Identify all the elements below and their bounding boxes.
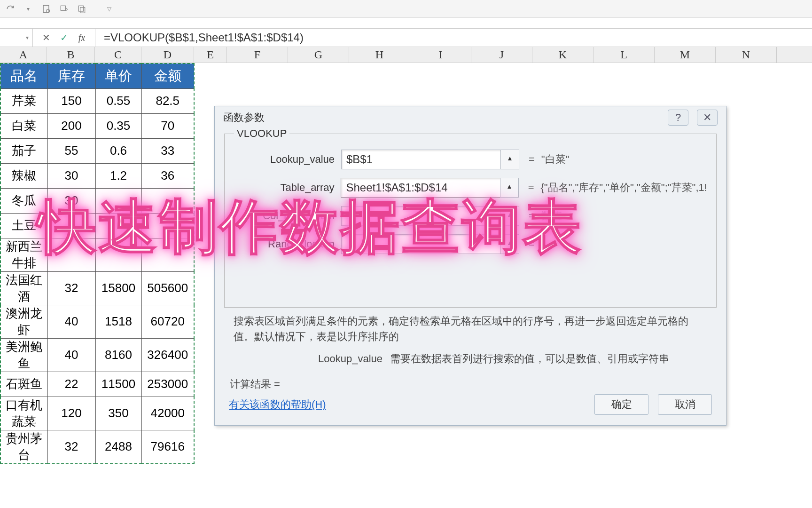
cell[interactable]: 253000 [141,372,194,397]
col-header-c[interactable]: C [95,47,141,63]
cell[interactable]: 美洲鲍鱼 [0,338,47,372]
cancel-formula-button[interactable]: ✕ [39,31,53,44]
cell[interactable]: 2488 [95,430,141,464]
dialog-help-button[interactable]: ? [668,110,688,126]
cell[interactable]: 0.6 [95,138,141,163]
cell[interactable]: 350 [95,397,141,430]
cell[interactable]: 32 [47,430,95,464]
col-header-l[interactable]: L [593,47,655,63]
dialog-titlebar[interactable]: 函数参数 ? ✕ [215,106,726,129]
range-select-button[interactable] [500,234,519,254]
cell[interactable]: 36 [141,163,194,188]
name-box[interactable] [0,29,33,47]
cell[interactable]: 55 [47,138,95,163]
table-row[interactable]: 法国红酒3215800505600 [0,271,194,305]
range-select-button[interactable] [500,150,519,169]
cell[interactable]: 1.2 [95,163,141,188]
table-row[interactable]: 土豆 [0,213,194,238]
cell[interactable]: 32 [47,271,95,305]
customize-dropdown-icon[interactable]: ▽ [103,3,115,15]
cell[interactable]: 芹菜 [0,88,47,113]
table-row[interactable]: 口有机蔬菜12035042000 [0,397,194,430]
col-header-j[interactable]: J [471,47,532,63]
col-header-g[interactable]: G [288,47,349,63]
col-header-h[interactable]: H [349,47,410,63]
cell[interactable]: 40 [47,338,95,372]
cell[interactable]: 60720 [141,305,194,338]
cell[interactable]: 326400 [141,338,194,372]
cell[interactable]: 200 [47,113,95,138]
table-row[interactable]: 贵州茅台32248879616 [0,430,194,464]
range-select-button[interactable] [500,178,519,198]
cell[interactable]: 70 [141,113,194,138]
cell[interactable]: 42000 [141,397,194,430]
function-help-link[interactable]: 有关该函数的帮助(H) [229,397,326,412]
table-row[interactable]: 辣椒301.236 [0,163,194,188]
cell[interactable]: 40 [47,305,95,338]
redo-button[interactable] [5,3,16,15]
col-header-d[interactable]: D [141,47,194,63]
table-row[interactable]: 石斑鱼2211500253000 [0,372,194,397]
cell[interactable]: 土豆 [0,213,47,238]
param-input[interactable]: Sheet1!$A$1:$D$14 [341,178,500,198]
cell[interactable]: 33 [141,138,194,163]
col-header-k[interactable]: K [532,47,593,63]
table-row[interactable]: 澳洲龙虾40151860720 [0,305,194,338]
col-header-e[interactable]: E [194,47,227,63]
cell[interactable] [141,213,194,238]
range-select-button[interactable] [500,206,519,226]
cell[interactable]: 辣椒 [0,163,47,188]
col-header-m[interactable]: M [655,47,716,63]
col-header-b[interactable]: B [47,47,95,63]
cell[interactable]: 30 [47,163,95,188]
cell[interactable] [95,238,141,271]
col-header-a[interactable]: A [0,47,47,63]
fx-button[interactable]: fx [75,31,88,44]
cell[interactable]: 贵州茅台 [0,430,47,464]
toolbar-icon-3[interactable] [76,3,87,15]
cell[interactable]: 石斑鱼 [0,372,47,397]
cell[interactable]: 0.35 [95,113,141,138]
dialog-close-button[interactable]: ✕ [697,110,718,126]
col-header-f[interactable]: F [227,47,288,63]
cell[interactable] [47,238,95,271]
table-row[interactable]: 白菜2000.3570 [0,113,194,138]
cell[interactable]: 法国红酒 [0,271,47,305]
print-preview-icon[interactable] [40,3,52,15]
confirm-formula-button[interactable]: ✓ [57,31,70,44]
cell[interactable]: 8160 [95,338,141,372]
cell[interactable]: 冬瓜 [0,188,47,213]
param-input[interactable] [341,206,501,226]
cell[interactable]: 澳洲龙虾 [0,305,47,338]
cell[interactable]: 15800 [95,271,141,305]
param-input[interactable]: $B$1 [341,150,501,169]
cell[interactable]: 茄子 [0,138,47,163]
table-row[interactable]: 冬瓜30 [0,188,194,213]
col-header-n[interactable]: N [716,47,777,63]
ok-button[interactable]: 确定 [594,394,648,415]
cell[interactable]: 82.5 [141,88,194,113]
cell[interactable]: 30 [47,188,95,213]
cell[interactable]: 22 [47,372,95,397]
toolbar-icon-2[interactable] [58,3,70,15]
cell[interactable]: 11500 [95,372,141,397]
cell[interactable] [95,213,141,238]
cell[interactable]: 1518 [95,305,141,338]
formula-input[interactable]: =VLOOKUP($B$1,Sheet1!$A$1:$D$14) [95,29,812,47]
table-row[interactable]: 茄子550.633 [0,138,194,163]
cancel-button[interactable]: 取消 [658,394,712,415]
cell[interactable] [141,188,194,213]
table-row[interactable]: 芹菜1500.5582.5 [0,88,194,113]
cell[interactable] [95,188,141,213]
cell[interactable]: 口有机蔬菜 [0,397,47,430]
cell[interactable]: 0.55 [95,88,141,113]
table-row[interactable]: 美洲鲍鱼408160326400 [0,338,194,372]
param-input[interactable] [341,234,501,254]
cell[interactable]: 120 [47,397,95,430]
table-row[interactable]: 新西兰牛排 [0,238,194,271]
cell[interactable]: 505600 [141,271,194,305]
cell[interactable]: 白菜 [0,113,47,138]
cell[interactable]: 150 [47,88,95,113]
col-header-i[interactable]: I [410,47,471,63]
dropdown-icon[interactable]: ▾ [23,3,34,15]
